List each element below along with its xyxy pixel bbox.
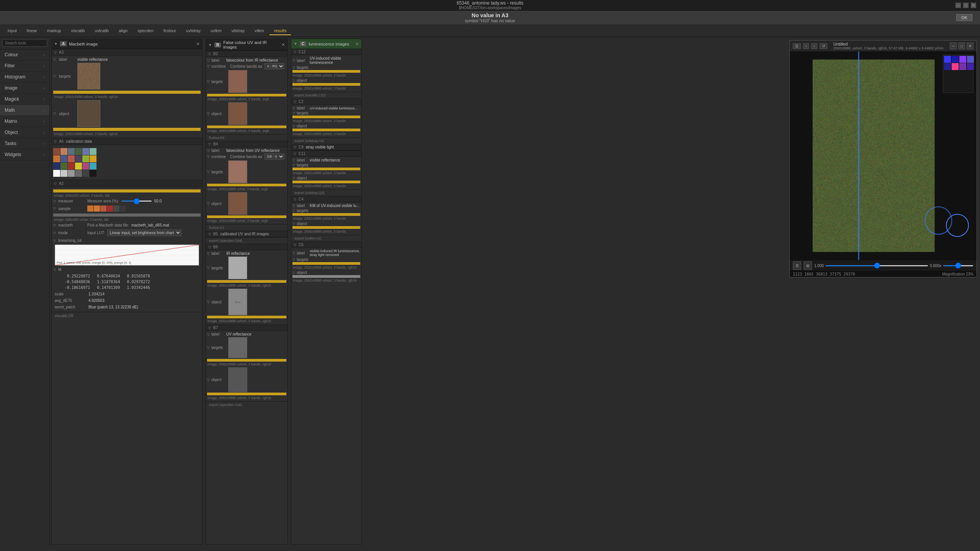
b2-label-collapse[interactable]: ▽ (207, 59, 210, 62)
viewer-minimize[interactable]: ─ (950, 42, 957, 49)
close-button[interactable]: ✕ (971, 3, 976, 8)
input-lut-select[interactable]: Linear input, set brightness from chart (107, 230, 181, 236)
sidebar-item-colour[interactable]: Colour › (0, 49, 49, 60)
minimize-button[interactable]: ─ (956, 3, 961, 8)
c2-collapse[interactable]: ▽ (294, 100, 296, 104)
viewer-close[interactable]: ✕ (967, 42, 973, 49)
c11-targets-collapse[interactable]: ▽ (292, 163, 295, 167)
toolbar-grid-btn[interactable]: ⊞ (804, 261, 812, 270)
targets-collapse[interactable]: ▽ (53, 74, 56, 78)
panel-b-collapse[interactable]: ▼ (208, 43, 212, 47)
alert-ok-button[interactable]: OK (956, 14, 972, 21)
c11-label-collapse[interactable]: ▽ (292, 158, 295, 162)
tab-viscalib[interactable]: viscalib (66, 27, 89, 35)
c4-collapse[interactable]: ▽ (294, 197, 296, 201)
section-a3-header[interactable]: ▽ A3 (52, 49, 202, 56)
section-a6-collapse[interactable]: ▽ (54, 140, 57, 143)
section-a2-collapse[interactable]: ▽ (54, 182, 57, 186)
c11-header[interactable]: ▽ C11 (291, 150, 361, 157)
section-b5-header[interactable]: ▽ B5 calibrated UV and IR images (206, 231, 287, 237)
section-b2-header[interactable]: ▽ B2 (206, 51, 287, 57)
sidebar-item-tasks[interactable]: Tasks › (0, 138, 49, 149)
c12-header[interactable]: ▽ C12 (291, 49, 361, 55)
sidebar-item-widgets[interactable]: Widgets › (0, 149, 49, 160)
sidebar-item-math[interactable]: Math › (0, 105, 49, 116)
section-b6-header[interactable]: ▽ B6 (206, 244, 287, 250)
section-a6-header[interactable]: ▽ A6 calibration data (52, 138, 202, 145)
object-a3-collapse[interactable]: ▽ (53, 112, 56, 116)
zoom-slider[interactable] (825, 265, 928, 266)
c2-header[interactable]: ▽ C2 (291, 98, 361, 105)
sidebar-item-histogram[interactable]: Histogram › (0, 72, 49, 83)
tab-vilkm[interactable]: vilkm (250, 27, 269, 35)
sidebar-item-matrix[interactable]: Matrix › (0, 116, 49, 127)
b6-collapse[interactable]: ▽ (208, 245, 211, 249)
section-b4-header[interactable]: ▽ B4 (206, 141, 287, 147)
b6-targets-collapse[interactable]: ▽ (207, 266, 210, 270)
tab-input[interactable]: input (3, 27, 21, 35)
b4-label-collapse[interactable]: ▽ (207, 149, 210, 153)
section-a3-collapse[interactable]: ▽ (54, 51, 57, 54)
toolbar-menu-btn[interactable]: ☰ (793, 261, 801, 270)
sidebar-item-filter[interactable]: Filter › (0, 60, 49, 72)
b2-targets-collapse[interactable]: ▽ (207, 80, 210, 83)
b2-combine-collapse[interactable]: ▽ (207, 64, 210, 68)
tab-uvlcalib[interactable]: uvlcalib (90, 27, 114, 35)
viewer-maximize[interactable]: □ (958, 42, 965, 49)
b4-object-collapse[interactable]: ▽ (207, 202, 210, 205)
c6-label-collapse[interactable]: ▽ (292, 251, 295, 255)
search-input[interactable] (2, 39, 47, 47)
b7-label-collapse[interactable]: ▽ (207, 333, 210, 336)
sidebar-item-object[interactable]: Object › (0, 127, 49, 138)
b6-label-collapse[interactable]: ▽ (207, 252, 210, 256)
c4-header[interactable]: ▽ C4 (291, 196, 361, 202)
c9-header[interactable]: ▽ C9 stray visible light (291, 144, 361, 150)
measure-slider[interactable] (121, 201, 152, 202)
tab-markup[interactable]: markup (42, 27, 66, 35)
section-a2-header[interactable]: ▽ A2 (52, 180, 202, 187)
b2-collapse[interactable]: ▽ (208, 52, 211, 56)
c12-collapse[interactable]: ▽ (294, 50, 296, 54)
b4-targets-collapse[interactable]: ▽ (207, 170, 210, 174)
panel-a-collapse[interactable]: ▼ (54, 42, 58, 46)
macbeth-collapse[interactable]: ▽ (53, 223, 56, 227)
viewer-nav-prev[interactable]: ‹ (803, 43, 809, 49)
b6-object-collapse[interactable]: ▽ (207, 300, 210, 304)
linearising-collapse[interactable]: ▽ (53, 239, 56, 243)
sample-collapse[interactable]: ▽ (53, 207, 56, 210)
b4-collapse[interactable]: ▽ (208, 142, 211, 146)
b7-collapse[interactable]: ▽ (208, 326, 211, 330)
c12-label-collapse[interactable]: ▽ (292, 59, 295, 62)
tab-align[interactable]: align (114, 27, 132, 35)
b5-collapse[interactable]: ▽ (208, 232, 211, 236)
b2-combine-select[interactable]: X - RG (265, 63, 284, 69)
measure-collapse[interactable]: ▽ (53, 199, 56, 203)
panel-c-close[interactable]: ✕ (355, 41, 359, 47)
b4-combine-select[interactable]: GB - X (265, 153, 284, 160)
c4-label-collapse[interactable]: ▽ (292, 204, 295, 208)
c6-object-collapse[interactable]: ▽ (292, 271, 295, 275)
c2-object-collapse[interactable]: ▽ (292, 124, 295, 128)
b2-object-collapse[interactable]: ▽ (207, 112, 210, 116)
sidebar-item-image[interactable]: Image › (0, 83, 49, 94)
sidebar-item-magick[interactable]: Magick › (0, 94, 49, 105)
window-controls[interactable]: ─ □ ✕ (956, 3, 976, 8)
offset-slider[interactable] (943, 265, 973, 266)
m-collapse[interactable]: ▽ (53, 268, 56, 272)
c12-targets-collapse[interactable]: ▽ (292, 66, 295, 70)
b7-object-collapse[interactable]: ▽ (207, 378, 210, 382)
tab-results[interactable]: results (270, 27, 291, 35)
panel-c-collapse[interactable]: ▼ (294, 42, 297, 46)
tab-linear[interactable]: linear (22, 27, 42, 35)
b7-targets-collapse[interactable]: ▽ (207, 346, 210, 350)
c12-object-collapse[interactable]: ▽ (292, 79, 295, 83)
maximize-button[interactable]: □ (963, 3, 969, 8)
tab-uvlstray[interactable]: uvlstray (181, 27, 205, 35)
c6-targets-collapse[interactable]: ▽ (292, 258, 295, 262)
tab-specden[interactable]: specden (133, 27, 158, 35)
panel-b-close[interactable]: ✕ (281, 42, 285, 47)
panel-a-close[interactable]: ✕ (196, 41, 200, 47)
c4-object-collapse[interactable]: ▽ (292, 222, 295, 226)
viewer-nav-next[interactable]: › (811, 43, 817, 49)
c11-collapse[interactable]: ▽ (294, 152, 296, 156)
